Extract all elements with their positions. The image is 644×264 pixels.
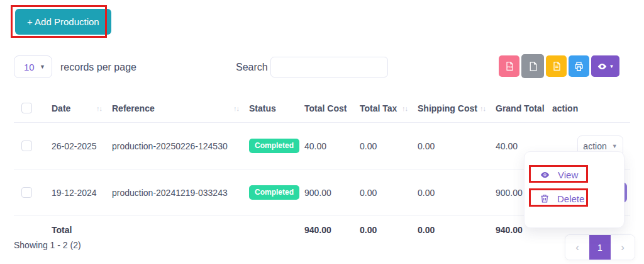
printer-icon (574, 61, 584, 72)
chevron-down-icon: ▼ (40, 64, 45, 70)
column-header-total-cost: Total Cost (304, 95, 360, 123)
pagination: ‹ 1 › (565, 234, 635, 260)
column-label: Shipping Cost (418, 103, 477, 113)
sort-icon[interactable]: ↑↓ (480, 105, 486, 112)
menu-item-delete[interactable]: Delete (525, 187, 624, 210)
records-per-page-select[interactable]: 10 ▼ (14, 55, 52, 78)
file-icon (528, 61, 538, 72)
cell-reference: production-20241219-033243 (112, 169, 249, 216)
pagination-page-1[interactable]: 1 (589, 235, 611, 260)
row-checkbox[interactable] (21, 187, 32, 198)
column-visibility-button[interactable]: ▼ (591, 55, 619, 77)
cell-total-tax: 0.00 (360, 169, 418, 216)
menu-item-view[interactable]: View (525, 163, 624, 187)
sort-icon[interactable]: ↑↓ (402, 105, 408, 112)
column-header-status: Status (249, 95, 304, 123)
cell-shipping-cost: 0.00 (418, 123, 496, 169)
search-label: Search (236, 62, 268, 73)
export-pdf-button[interactable]: PDF (499, 55, 519, 77)
total-shipping-cost: 0.00 (418, 216, 496, 244)
sort-icon[interactable]: ↑↓ (96, 105, 102, 112)
add-production-button[interactable]: + Add Production (15, 9, 111, 35)
action-dropdown-menu: View Delete (524, 151, 625, 228)
column-label: action (552, 103, 578, 113)
cell-date: 26-02-2025 (52, 123, 112, 169)
total-total-cost: 940.00 (304, 216, 360, 244)
export-doc-button[interactable] (546, 55, 567, 77)
column-label: Total Cost (304, 103, 347, 113)
column-header-reference[interactable]: Reference ↑↓ (112, 95, 249, 123)
column-header-action: action (552, 95, 630, 123)
row-checkbox[interactable] (21, 141, 32, 151)
showing-entries-text: Showing 1 - 2 (2) (14, 240, 81, 250)
search-input[interactable] (270, 57, 388, 77)
add-production-label: + Add Production (27, 16, 99, 27)
column-header-date[interactable]: Date ↑↓ (52, 95, 112, 123)
trash-icon (540, 193, 550, 204)
column-label: Reference (112, 103, 155, 113)
cell-total-cost: 40.00 (304, 123, 360, 169)
column-label: Status (249, 103, 276, 113)
column-label: Date (52, 103, 70, 113)
cell-total-cost: 900.00 (304, 169, 360, 216)
status-badge: Completed (249, 185, 299, 200)
select-all-checkbox[interactable] (21, 103, 32, 113)
column-label: Total Tax (360, 103, 397, 113)
svg-text:PDF: PDF (507, 66, 513, 69)
export-file-button[interactable] (521, 54, 544, 78)
table-header-row: Date ↑↓ Reference ↑↓ Status T (14, 95, 630, 123)
export-button-group: PDF ▼ (499, 54, 619, 78)
sort-icon[interactable]: ↑↓ (233, 105, 239, 112)
file-pdf-icon: PDF (504, 61, 514, 71)
column-header-shipping-cost[interactable]: Shipping Cost ↑↓ (418, 95, 496, 123)
productions-page: + Add Production 10 ▼ records per page S… (0, 0, 644, 264)
eye-icon (597, 61, 608, 72)
status-badge: Completed (249, 139, 299, 153)
cell-shipping-cost: 0.00 (418, 169, 496, 216)
chevron-down-icon: ▼ (609, 64, 614, 69)
column-header-total-tax[interactable]: Total Tax ↑↓ (360, 95, 418, 123)
export-print-button[interactable] (569, 55, 589, 77)
pagination-prev-button[interactable]: ‹ (565, 235, 589, 260)
chevron-down-icon: ▼ (612, 143, 618, 149)
total-total-tax: 0.00 (360, 216, 418, 244)
menu-item-label: Delete (557, 193, 584, 204)
cell-reference: production-20250226-124530 (112, 123, 249, 169)
cell-date: 19-12-2024 (52, 169, 112, 216)
action-button-label: action (583, 141, 606, 151)
records-per-page-value: 10 (24, 62, 35, 72)
cell-total-tax: 0.00 (360, 123, 418, 169)
menu-item-label: View (558, 169, 578, 180)
pagination-next-button[interactable]: › (611, 235, 635, 260)
records-per-page-label: records per page (60, 62, 136, 73)
column-label: Grand Total (496, 103, 545, 113)
eye-icon (540, 169, 550, 180)
column-header-grand-total: Grand Total (496, 95, 552, 123)
file-text-icon (552, 61, 562, 71)
